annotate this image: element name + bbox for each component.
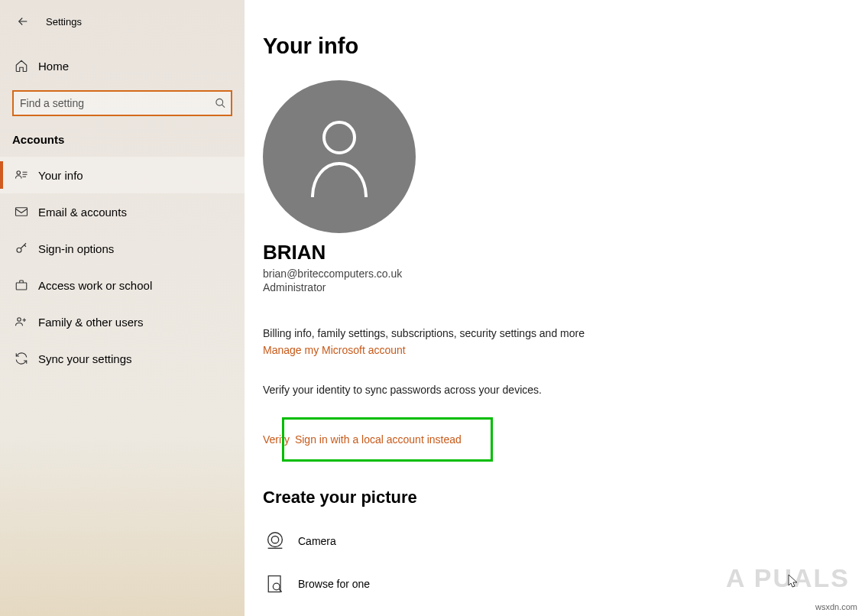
svg-point-5: [18, 318, 21, 322]
user-name: BRIAN: [263, 241, 865, 264]
nav-home[interactable]: Home: [0, 47, 245, 84]
briefcase-icon: [12, 276, 31, 294]
person-card-icon: [12, 166, 31, 184]
sidebar: Settings Home Accounts Your info Email &…: [0, 0, 245, 616]
sidebar-item-work-school[interactable]: Access work or school: [0, 267, 245, 303]
key-icon: [12, 239, 31, 258]
sync-icon: [12, 349, 31, 368]
cursor-icon: [787, 573, 799, 588]
browse-icon: [263, 572, 287, 596]
category-label: Accounts: [0, 116, 245, 157]
verify-text: Verify your identity to sync passwords a…: [263, 384, 865, 396]
camera-label: Camera: [298, 535, 336, 547]
svg-point-0: [216, 99, 223, 105]
person-icon: [305, 115, 374, 199]
svg-rect-4: [16, 283, 27, 290]
arrow-left-icon: [16, 15, 30, 28]
mail-icon: [12, 203, 31, 221]
sidebar-item-sync[interactable]: Sync your settings: [0, 340, 245, 377]
sidebar-item-signin[interactable]: Sign-in options: [0, 230, 245, 267]
main-content: Your info BRIAN brian@briteccomputers.co…: [245, 0, 865, 616]
avatar: [263, 80, 416, 233]
sidebar-item-email[interactable]: Email & accounts: [0, 193, 245, 230]
sidebar-item-label: Sync your settings: [38, 352, 132, 365]
sidebar-item-label: Your info: [38, 169, 83, 182]
sidebar-item-label: Sign-in options: [38, 242, 114, 255]
svg-point-1: [17, 171, 21, 175]
camera-icon: [263, 529, 287, 553]
svg-point-7: [268, 533, 283, 547]
sidebar-item-family[interactable]: Family & other users: [0, 303, 245, 340]
user-role: Administrator: [263, 281, 865, 293]
browse-label: Browse for one: [298, 578, 370, 590]
search-input[interactable]: [12, 90, 232, 116]
settings-title: Settings: [46, 16, 82, 28]
svg-point-10: [273, 583, 280, 590]
back-button[interactable]: [12, 11, 34, 32]
user-email: brian@briteccomputers.co.uk: [263, 267, 865, 280]
search-wrap: [12, 90, 232, 116]
sidebar-item-your-info[interactable]: Your info: [0, 157, 245, 193]
picture-section-title: Create your picture: [263, 488, 865, 507]
svg-rect-2: [16, 208, 28, 216]
svg-point-8: [271, 536, 278, 543]
highlight-box: Sign in with a local account instead: [282, 417, 493, 462]
home-icon: [12, 57, 31, 75]
sidebar-item-label: Family & other users: [38, 316, 144, 329]
billing-info-text: Billing info, family settings, subscript…: [263, 327, 865, 339]
svg-point-6: [324, 122, 355, 153]
source-text: wsxdn.com: [815, 602, 857, 611]
manage-account-link[interactable]: Manage my Microsoft account: [263, 344, 406, 356]
sidebar-item-label: Email & accounts: [38, 206, 127, 219]
people-icon: [12, 313, 31, 331]
signin-local-link[interactable]: Sign in with a local account instead: [295, 433, 462, 446]
sidebar-item-label: Access work or school: [38, 279, 152, 292]
camera-row[interactable]: Camera: [263, 520, 865, 563]
nav-home-label: Home: [38, 60, 69, 73]
svg-point-3: [17, 248, 21, 252]
page-title: Your info: [263, 34, 865, 59]
search-icon: [215, 98, 226, 109]
header-row: Settings: [0, 8, 245, 35]
